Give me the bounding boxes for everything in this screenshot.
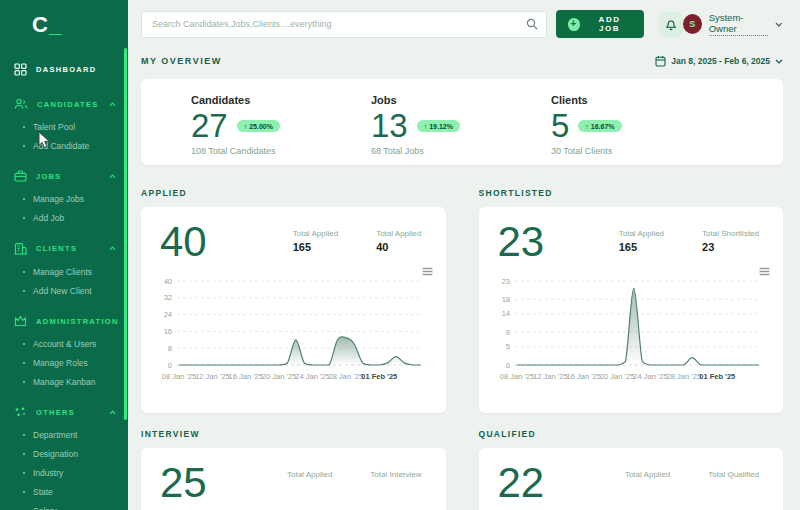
chart-stat-label: Total Applied <box>625 470 670 479</box>
sidebar-subitem[interactable]: State <box>0 482 128 501</box>
chevron-up-icon <box>109 102 116 107</box>
sidebar-subitem[interactable]: Add New Client <box>0 281 128 300</box>
bullet-icon <box>23 126 25 128</box>
chart-stat-label: Total Applied <box>619 229 664 238</box>
x-axis-tick-label: 12 Jan '25 <box>195 372 229 381</box>
sidebar-subitem-label: Manage Roles <box>33 358 88 368</box>
shortlisted-section: SHORTLISTED 23 Total Applied 165 Total S… <box>479 188 784 413</box>
sidebar-subitem-label: Manage Jobs <box>33 194 84 204</box>
stat-candidates: Candidates 27 ↑ 25.00% 108 Total Candida… <box>191 94 371 165</box>
sidebar-item-jobs[interactable]: JOBS <box>0 163 128 189</box>
logo-underscore: _ <box>49 12 62 37</box>
shortlisted-area-chart[interactable]: 05914182308 Jan '2512 Jan '2516 Jan '252… <box>493 271 765 393</box>
chevron-up-icon <box>109 246 116 251</box>
stat-total: 68 Total Jobs <box>371 146 551 156</box>
y-axis-tick-label: 18 <box>501 295 509 304</box>
sidebar-subitem-label: Manage Kanban <box>33 377 95 387</box>
y-axis-tick-label: 0 <box>505 361 509 370</box>
stat-title: Clients <box>551 94 731 106</box>
shortlisted-chart-card: 23 Total Applied 165 Total Shortlisted 2… <box>479 207 784 413</box>
sidebar-subitem[interactable]: Add Job <box>0 208 128 227</box>
section-title-interview: INTERVIEW <box>141 429 446 439</box>
sidebar-subitems: DepartmentDesignationIndustryStateSalary… <box>0 425 128 510</box>
sidebar-subitem[interactable]: Industry <box>0 463 128 482</box>
sidebar-subitem-label: Add Candidate <box>33 141 89 151</box>
calendar-icon <box>655 55 666 67</box>
sidebar-subitems: Account & UsersManage RolesManage Kanban <box>0 334 128 391</box>
sidebar-item-label: DASHBOARD <box>36 65 96 74</box>
chart-context-menu-icon[interactable] <box>422 267 433 276</box>
sidebar-subitem[interactable]: Manage Clients <box>0 262 128 281</box>
app-logo[interactable]: C_ <box>0 0 128 38</box>
chart-stat-value: 23 <box>702 241 759 253</box>
sidebar-subitem[interactable]: Department <box>0 425 128 444</box>
bullet-icon <box>23 434 25 436</box>
sidebar-subitem[interactable]: Manage Roles <box>0 353 128 372</box>
sidebar-item-others[interactable]: OTHERS <box>0 399 128 425</box>
qualified-chart-card: 22 Total Applied Total Qualified <box>479 448 784 510</box>
qualified-section: QUALIFIED 22 Total Applied Total Qualifi… <box>479 429 784 510</box>
chevron-down-icon <box>775 59 783 64</box>
sidebar-subitem[interactable]: Account & Users <box>0 334 128 353</box>
stat-value: 5 <box>551 109 569 144</box>
sidebar-item-label: CLIENTS <box>36 244 77 253</box>
sidebar-subitem[interactable]: Talent Pool <box>0 117 128 136</box>
x-axis-tick-label: 08 Jan '25 <box>499 372 533 381</box>
topbar: + ADD JOB S System-Owner <box>141 0 783 38</box>
chart-stat: Total Qualified <box>708 470 759 479</box>
x-axis-tick-label: 12 Jan '25 <box>533 372 567 381</box>
bell-icon <box>665 18 677 31</box>
search-icon[interactable] <box>526 18 538 30</box>
y-axis-tick-label: 23 <box>501 277 509 286</box>
date-range-picker[interactable]: Jan 8, 2025 - Feb 6, 2025 <box>655 55 783 67</box>
sidebar-item-dashboard[interactable]: DASHBOARD <box>0 56 128 83</box>
chart-stat-label: Total Applied <box>293 229 338 238</box>
bullet-icon <box>23 491 25 493</box>
sidebar-subitem-label: Salary <box>33 506 57 510</box>
applied-area-chart[interactable]: 081624324008 Jan '2512 Jan '2516 Jan '25… <box>155 271 427 393</box>
avatar: S <box>683 14 702 34</box>
chart-context-menu-icon[interactable] <box>759 267 770 276</box>
stat-value: 13 <box>371 109 408 144</box>
y-axis-tick-label: 9 <box>505 328 509 337</box>
chart-stat: Total Applied <box>287 470 332 479</box>
trend-value: 25.00% <box>249 123 273 130</box>
sidebar-item-candidates[interactable]: CANDIDATES <box>0 91 128 117</box>
chevron-up-icon <box>109 410 116 415</box>
stat-jobs: Jobs 13 ↑ 19.12% 68 Total Jobs <box>371 94 551 165</box>
sidebar-subitem-label: Add New Client <box>33 286 92 296</box>
bullet-icon <box>23 381 25 383</box>
sidebar-scrollbar[interactable] <box>124 48 127 420</box>
chevron-up-icon <box>109 174 116 179</box>
x-axis-tick-label: 24 Jan '25 <box>633 372 667 381</box>
chart-stat: Total Applied <box>625 470 670 479</box>
applied-chart-card: 40 Total Applied 165 Total Applied 40 08… <box>141 207 446 413</box>
interview-chart-card: 25 Total Applied Total Interview <box>141 448 446 510</box>
x-axis-tick-label: 24 Jan '25 <box>295 372 329 381</box>
sidebar-subitem[interactable]: Salary <box>0 501 128 510</box>
stat-total: 108 Total Candidates <box>191 146 371 156</box>
search-input[interactable] <box>141 11 547 38</box>
user-menu[interactable]: S System-Owner <box>683 12 783 36</box>
trend-up-icon: ↑ <box>244 123 248 130</box>
add-job-button[interactable]: + ADD JOB <box>556 10 644 38</box>
sidebar-item-label: ADMINISTRATION <box>36 317 119 326</box>
trend-up-icon: ↑ <box>424 123 428 130</box>
stat-total: 30 Total Clients <box>551 146 731 156</box>
main-content: + ADD JOB S System-Owner MY OVERVIEW Jan… <box>128 0 800 510</box>
sidebar-subitem[interactable]: Add Candidate <box>0 136 128 155</box>
page-title: MY OVERVIEW <box>141 56 222 66</box>
sidebar-item-clients[interactable]: CLIENTS <box>0 235 128 262</box>
sidebar-item-administration[interactable]: ADMINISTRATION <box>0 308 128 334</box>
chart-stat-value: 40 <box>376 241 421 253</box>
chart-big-value: 40 <box>160 221 207 263</box>
notifications-button[interactable] <box>659 12 683 37</box>
stat-title: Candidates <box>191 94 371 106</box>
trend-value: 19.12% <box>429 123 453 130</box>
chart-stat: Total Interview <box>370 470 421 479</box>
sidebar-subitem[interactable]: Manage Kanban <box>0 372 128 391</box>
bullet-icon <box>23 198 25 200</box>
bullet-icon <box>23 217 25 219</box>
sidebar-subitem[interactable]: Designation <box>0 444 128 463</box>
sidebar-subitem[interactable]: Manage Jobs <box>0 189 128 208</box>
